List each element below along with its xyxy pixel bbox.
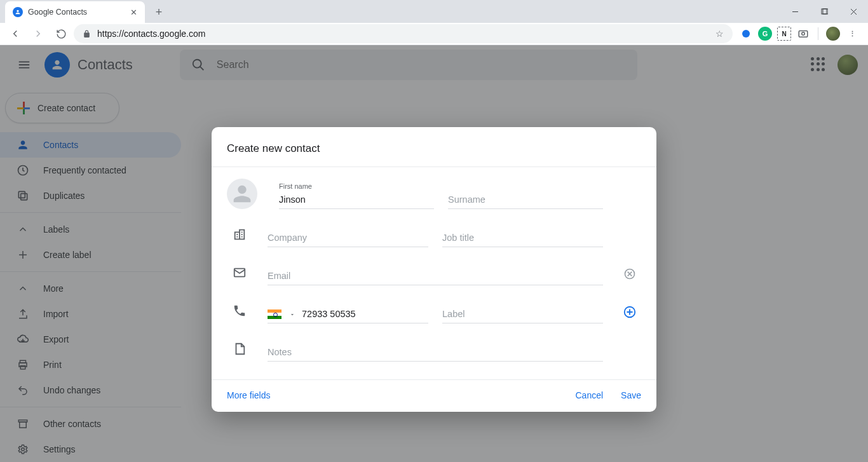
close-tab-icon[interactable]: ✕	[130, 8, 137, 17]
notes-icon	[227, 336, 252, 362]
company-icon	[227, 222, 252, 247]
dialog-title: Create new contact	[212, 127, 656, 166]
svg-point-2	[742, 30, 750, 37]
window-controls	[780, 0, 868, 23]
save-button[interactable]: Save	[621, 390, 641, 400]
extensions-bar: G N ⋮	[735, 27, 863, 41]
minimize-button[interactable]	[780, 0, 810, 23]
jobtitle-input[interactable]	[442, 233, 603, 247]
tab-title: Google Contacts	[28, 8, 87, 17]
contact-avatar-placeholder[interactable]	[227, 179, 257, 209]
chrome-menu-icon[interactable]: ⋮	[845, 27, 859, 41]
firstname-label: First name	[279, 182, 312, 190]
surname-field[interactable]	[448, 185, 603, 209]
remove-email-button[interactable]	[618, 262, 641, 285]
maximize-button[interactable]	[810, 0, 839, 23]
add-phone-button[interactable]	[618, 301, 641, 323]
cancel-button[interactable]: Cancel	[575, 390, 603, 400]
more-fields-button[interactable]: More fields	[227, 390, 270, 400]
forward-button[interactable]	[28, 24, 48, 44]
email-field[interactable]	[268, 261, 603, 285]
browser-tab[interactable]: Google Contacts ✕	[5, 1, 145, 23]
country-code-selector[interactable]	[268, 309, 295, 319]
extension-icon[interactable]: N	[777, 27, 791, 41]
address-bar[interactable]: https://contacts.google.com ☆	[74, 24, 733, 43]
chrome-profile-avatar[interactable]	[826, 27, 840, 41]
back-button[interactable]	[5, 24, 25, 44]
phone-label-input[interactable]	[442, 309, 603, 323]
browser-toolbar: https://contacts.google.com ☆ G N ⋮	[0, 23, 868, 45]
svg-rect-0	[822, 9, 827, 14]
firstname-input[interactable]	[279, 194, 434, 208]
favicon-contacts	[13, 7, 23, 17]
star-icon[interactable]: ☆	[715, 29, 724, 39]
reload-button[interactable]	[51, 24, 71, 44]
phone-field[interactable]	[268, 299, 428, 323]
notes-field[interactable]	[268, 337, 603, 362]
phone-label-field[interactable]	[442, 299, 603, 323]
notes-input[interactable]	[268, 347, 603, 361]
close-window-button[interactable]	[839, 0, 868, 23]
company-input[interactable]	[268, 233, 428, 247]
company-field[interactable]	[268, 223, 428, 247]
browser-tabstrip: Google Contacts ✕ +	[0, 0, 868, 23]
phone-input[interactable]	[302, 309, 428, 323]
phone-icon	[227, 298, 252, 323]
create-contact-dialog: Create new contact First name	[212, 127, 656, 412]
svg-rect-3	[799, 31, 808, 37]
extension-icon[interactable]	[739, 27, 753, 41]
jobtitle-field[interactable]	[442, 223, 603, 247]
extension-icon[interactable]: G	[758, 27, 772, 41]
surname-input[interactable]	[448, 194, 603, 208]
email-icon	[227, 260, 252, 285]
india-flag-icon	[268, 309, 281, 319]
svg-point-4	[802, 32, 805, 36]
extension-icon[interactable]	[796, 27, 810, 41]
new-tab-button[interactable]: +	[150, 3, 168, 21]
chevron-down-icon	[289, 311, 295, 318]
url-text: https://contacts.google.com	[97, 29, 205, 39]
firstname-field[interactable]: First name	[279, 185, 434, 209]
lock-icon	[83, 30, 91, 38]
svg-rect-1	[823, 9, 828, 14]
email-input[interactable]	[268, 271, 603, 285]
